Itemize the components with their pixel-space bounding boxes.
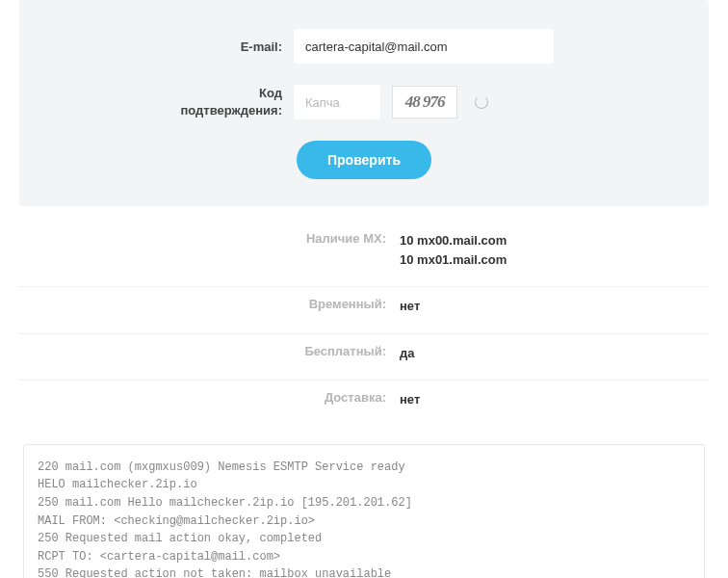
captcha-image: 48 976	[392, 86, 457, 118]
result-row-free: Бесплатный: да	[19, 333, 709, 381]
temporary-value: нет	[400, 297, 420, 316]
email-label: E-mail:	[39, 39, 294, 54]
check-form: E-mail: Кодподтверждения: 48 976 Провери…	[19, 0, 709, 206]
delivery-value: нет	[400, 390, 420, 409]
mx-value: 10 mx00.mail.com 10 mx01.mail.com	[400, 231, 507, 269]
result-row-mx: Наличие MX: 10 mx00.mail.com 10 mx01.mai…	[19, 227, 709, 286]
mx-label: Наличие MX:	[19, 231, 400, 246]
free-value: да	[400, 344, 414, 363]
email-input[interactable]	[294, 29, 554, 64]
results-section: Наличие MX: 10 mx00.mail.com 10 mx01.mai…	[0, 206, 728, 438]
email-row: E-mail:	[39, 29, 689, 64]
reload-captcha-icon[interactable]	[475, 95, 488, 109]
captcha-row: Кодподтверждения: 48 976	[39, 85, 689, 119]
result-row-delivery: Доставка: нет	[19, 380, 709, 427]
result-row-temporary: Временный: нет	[19, 286, 709, 333]
submit-button[interactable]: Проверить	[297, 141, 431, 179]
captcha-label: Кодподтверждения:	[39, 85, 294, 119]
smtp-log: 220 mail.com (mxgmxus009) Nemesis ESMTP …	[23, 444, 705, 578]
delivery-label: Доставка:	[19, 390, 400, 405]
captcha-input[interactable]	[294, 85, 380, 119]
temporary-label: Временный:	[19, 297, 400, 311]
free-label: Бесплатный:	[19, 344, 400, 358]
